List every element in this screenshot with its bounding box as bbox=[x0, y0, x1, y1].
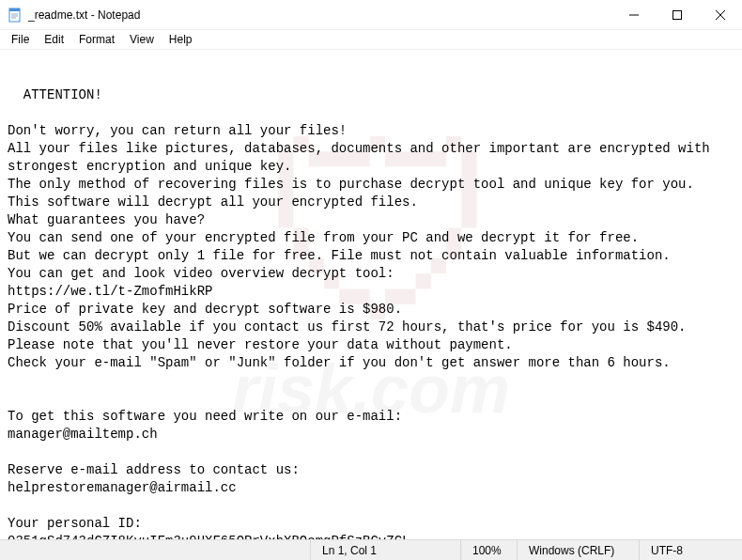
notepad-icon bbox=[8, 8, 23, 23]
titlebar: _readme.txt - Notepad bbox=[0, 0, 742, 30]
menubar: File Edit Format View Help bbox=[0, 30, 742, 49]
statusbar: Ln 1, Col 1 100% Windows (CRLF) UTF-8 bbox=[0, 539, 742, 560]
status-line-ending: Windows (CRLF) bbox=[517, 540, 639, 560]
text-area[interactable]: 🛡 risk.com ATTENTION! Don't worry, you c… bbox=[0, 49, 742, 539]
menu-edit[interactable]: Edit bbox=[37, 31, 71, 48]
menu-format[interactable]: Format bbox=[71, 31, 122, 48]
menu-view[interactable]: View bbox=[122, 31, 162, 48]
close-button[interactable] bbox=[699, 0, 742, 29]
svg-rect-1 bbox=[9, 8, 20, 11]
status-spacer bbox=[0, 540, 310, 560]
status-zoom: 100% bbox=[460, 540, 517, 560]
maximize-button[interactable] bbox=[656, 0, 699, 29]
menu-file[interactable]: File bbox=[4, 31, 37, 48]
svg-rect-6 bbox=[673, 10, 682, 19]
document-text: ATTENTION! Don't worry, you can return a… bbox=[8, 87, 718, 539]
window-title: _readme.txt - Notepad bbox=[28, 8, 612, 22]
minimize-button[interactable] bbox=[612, 0, 656, 29]
window-controls bbox=[612, 0, 742, 29]
status-encoding: UTF-8 bbox=[639, 540, 742, 560]
watermark-text: risk.com bbox=[0, 381, 742, 398]
menu-help[interactable]: Help bbox=[162, 31, 200, 48]
status-position: Ln 1, Col 1 bbox=[310, 540, 460, 560]
